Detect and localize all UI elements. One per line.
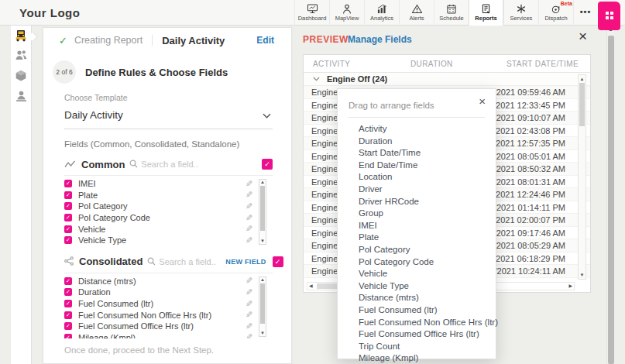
consolidated-search-input[interactable] [159, 257, 225, 266]
drag-field-item[interactable]: Pol Category Code [359, 256, 496, 269]
field-list-item[interactable]: ✓ Vehicle Type ✎ [64, 235, 252, 246]
checked-checkbox[interactable]: ✓ [64, 214, 72, 221]
common-select-all-checkbox[interactable]: ✓ [262, 159, 273, 170]
scroll-right-icon[interactable]: ▶ [568, 283, 572, 290]
drag-field-item[interactable]: Mileage (Kmpl) [359, 352, 496, 364]
rail-item-assets[interactable] [12, 70, 29, 84]
new-field-button[interactable]: NEW FIELD [225, 258, 266, 266]
field-list-item[interactable]: ✓ IMEI ✎ [64, 178, 252, 190]
close-icon[interactable]: × [479, 95, 486, 107]
scroll-thumb[interactable] [260, 283, 265, 324]
nav-analytics[interactable]: Analytics [364, 0, 399, 26]
edit-pencil-icon[interactable]: ✎ [246, 299, 252, 309]
page-scrollbar[interactable]: ▲ [606, 26, 614, 364]
consolidated-list-scrollbar[interactable]: ▲ ▼ [259, 276, 266, 337]
group-row-engine-off[interactable]: Engine Off (24) [304, 73, 590, 86]
checked-checkbox[interactable]: ✓ [64, 322, 72, 330]
scroll-up-icon[interactable]: ▲ [259, 277, 266, 283]
manage-fields-link[interactable]: Manage Fields [348, 34, 412, 45]
field-list-item[interactable]: ✓ Fuel Consumed Non Office Hrs (ltr) ✎ [64, 309, 252, 321]
nav-more-button[interactable]: ••• [573, 0, 597, 26]
field-list-item[interactable]: ✓ Fuel Consumed (ltr) ✎ [64, 298, 252, 310]
drag-field-item[interactable]: Duration [359, 136, 496, 148]
drag-field-item[interactable]: Driver HRCode [359, 196, 496, 208]
edit-pencil-icon[interactable]: ✎ [246, 224, 252, 234]
checked-checkbox[interactable]: ✓ [64, 311, 72, 319]
template-select[interactable]: Daily Activity [64, 102, 273, 129]
field-list-item[interactable]: ✓ Vehicle ✎ [64, 223, 252, 235]
field-list-item[interactable]: ✓ Pol Category ✎ [64, 201, 252, 212]
checked-checkbox[interactable]: ✓ [64, 180, 72, 187]
checked-checkbox[interactable]: ✓ [64, 225, 72, 233]
edit-pencil-icon[interactable]: ✎ [246, 201, 252, 211]
field-list-item[interactable]: ✓ Plate ✎ [64, 190, 252, 201]
chevron-down-icon [313, 77, 320, 81]
nav-services[interactable]: Services [503, 0, 538, 26]
field-list-item[interactable]: ✓ Mileage (Kmpl) ✎ [64, 332, 252, 338]
drag-field-item[interactable]: Distance (mtrs) [359, 292, 496, 304]
drag-field-item[interactable]: Vehicle Type [359, 280, 496, 293]
checked-checkbox[interactable]: ✓ [64, 191, 72, 199]
drag-field-item[interactable]: Fuel Consumed Office Hrs (ltr) [359, 328, 496, 341]
field-list-item[interactable]: ✓ Duration ✎ [64, 287, 252, 298]
edit-link[interactable]: Edit [256, 35, 274, 46]
scroll-up-icon[interactable]: ▲ [579, 76, 586, 82]
scroll-thumb[interactable] [579, 83, 585, 126]
drag-field-item[interactable]: Start Date/Time [359, 147, 496, 160]
consolidated-select-all-checkbox[interactable]: ✓ [273, 256, 283, 267]
checked-checkbox[interactable]: ✓ [64, 300, 72, 307]
nav-reports[interactable]: Reports [469, 0, 503, 26]
table-vertical-scrollbar[interactable]: ▲ ▼ [578, 74, 586, 280]
drag-field-item[interactable]: Activity [359, 123, 496, 136]
drag-field-item[interactable]: IMEI [359, 220, 496, 232]
field-list-item[interactable]: ✓ Fuel Consumed Office Hrs (ltr) ✎ [64, 321, 252, 332]
checked-checkbox[interactable]: ✓ [64, 334, 72, 338]
common-list-scrollbar[interactable]: ▲ ▼ [259, 179, 266, 245]
rail-item-operators[interactable] [12, 91, 29, 104]
scroll-thumb[interactable] [608, 36, 614, 364]
drag-field-item[interactable]: Fuel Consumed Non Office Hrs (ltr) [359, 317, 496, 329]
edit-pencil-icon[interactable]: ✎ [246, 310, 252, 320]
edit-pencil-icon[interactable]: ✎ [246, 213, 252, 223]
common-search-input[interactable] [141, 160, 208, 169]
drag-field-item[interactable]: Plate [359, 232, 496, 244]
edit-pencil-icon[interactable]: ✎ [246, 190, 252, 200]
drag-field-item[interactable]: Trip Count [359, 341, 496, 353]
drag-field-item[interactable]: Fuel Consumed (ltr) [359, 304, 496, 317]
edit-pencil-icon[interactable]: ✎ [246, 235, 252, 246]
nav-dispatch[interactable]: Beta Dispatch [538, 0, 573, 26]
drag-field-item[interactable]: Group [359, 208, 496, 220]
scroll-down-icon[interactable]: ▼ [259, 239, 266, 244]
scroll-left-icon[interactable]: ◀ [309, 283, 313, 290]
checked-checkbox[interactable]: ✓ [64, 202, 72, 210]
reports-icon [481, 4, 491, 14]
drag-field-item[interactable]: Vehicle [359, 268, 496, 280]
nav-dashboard[interactable]: Dashboard [294, 0, 329, 26]
nav-schedule[interactable]: Schedule [434, 0, 469, 26]
scroll-down-icon[interactable]: ▼ [259, 331, 266, 336]
checked-checkbox[interactable]: ✓ [64, 277, 72, 285]
drag-field-item[interactable]: Pol Category [359, 244, 496, 256]
edit-pencil-icon[interactable]: ✎ [246, 179, 252, 189]
edit-pencil-icon[interactable]: ✎ [246, 276, 252, 286]
field-list-item[interactable]: ✓ Pol Category Code ✎ [64, 212, 252, 224]
scroll-thumb[interactable] [260, 186, 265, 231]
edit-pencil-icon[interactable]: ✎ [246, 332, 252, 338]
drag-field-item[interactable]: Location [359, 171, 496, 184]
checked-checkbox[interactable]: ✓ [64, 288, 72, 296]
drag-field-item[interactable]: Driver [359, 184, 496, 196]
nav-mapview[interactable]: MapView [329, 0, 364, 26]
rail-item-vehicles[interactable] [12, 30, 29, 43]
nav-alerts[interactable]: Alerts [399, 0, 434, 26]
checked-checkbox[interactable]: ✓ [64, 236, 72, 244]
close-icon[interactable]: × [579, 29, 587, 43]
rail-item-drivers[interactable] [12, 50, 29, 64]
scroll-up-icon[interactable]: ▲ [259, 180, 266, 185]
share-icon [64, 255, 74, 269]
scroll-down-icon[interactable]: ▼ [579, 272, 586, 278]
edit-pencil-icon[interactable]: ✎ [246, 287, 252, 297]
drag-field-item[interactable]: End Date/Time [359, 160, 496, 172]
app-launcher-button[interactable] [598, 2, 620, 30]
edit-pencil-icon[interactable]: ✎ [246, 321, 252, 331]
field-list-item[interactable]: ✓ Distance (mtrs) ✎ [64, 276, 252, 287]
